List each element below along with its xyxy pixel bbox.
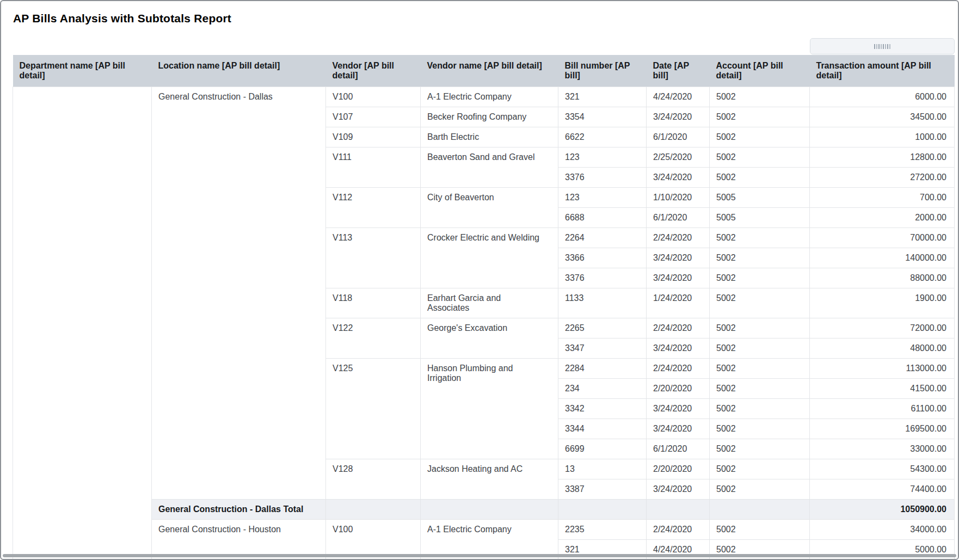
cell-vendor-name: Barth Electric: [421, 127, 558, 147]
cell-date: 3/24/2020: [647, 339, 710, 359]
bill-row: General Construction - HoustonV100A-1 El…: [13, 520, 955, 540]
cell-date: 3/24/2020: [647, 268, 710, 288]
cell-account: 5005: [710, 188, 810, 208]
cell-date: 6/1/2020: [647, 439, 710, 459]
cell-date: 2/20/2020: [647, 379, 710, 399]
cell-bill-number: 13: [558, 459, 647, 479]
cell-amount: 140000.00: [810, 248, 955, 268]
cell-date: 3/24/2020: [647, 168, 710, 188]
subtotal-empty-vendor: [326, 500, 421, 520]
cell-account: 5005: [710, 208, 810, 228]
cell-vendor-name: Jackson Heating and AC: [421, 459, 558, 500]
cell-amount: 72000.00: [810, 318, 955, 339]
cell-vendor: V122: [326, 318, 421, 359]
column-header-vendor[interactable]: Vendor [AP bill detail]: [326, 55, 421, 87]
cell-vendor-name: Earhart Garcia and Associates: [421, 288, 558, 318]
cell-bill-number: 1133: [558, 288, 647, 318]
cell-account: 5002: [710, 339, 810, 359]
column-header-location-name[interactable]: Location name [AP bill detail]: [152, 55, 326, 87]
cell-amount: 70000.00: [810, 228, 955, 248]
subtotal-amount: 1050900.00: [810, 500, 955, 520]
cell-amount: 54300.00: [810, 459, 955, 479]
cell-amount: 48000.00: [810, 339, 955, 359]
cell-amount: 41500.00: [810, 379, 955, 399]
cell-account: 5002: [710, 87, 810, 107]
cell-bill-number: 3387: [558, 479, 647, 500]
cell-amount: 2000.00: [810, 208, 955, 228]
cell-account: 5002: [710, 479, 810, 500]
cell-account: 5002: [710, 379, 810, 399]
column-header-transaction-amount[interactable]: Transaction amount [AP bill detail]: [810, 55, 955, 87]
subtotal-row: General Construction - Dallas Total10509…: [13, 500, 955, 520]
cell-amount: 700.00: [810, 188, 955, 208]
column-header-date[interactable]: Date [AP bill]: [647, 55, 710, 87]
cell-vendor: V113: [326, 228, 421, 288]
cell-date: 2/20/2020: [647, 459, 710, 479]
column-header-vendor-name[interactable]: Vendor name [AP bill detail]: [421, 55, 558, 87]
cell-date: 3/24/2020: [647, 248, 710, 268]
column-header-bill-number[interactable]: Bill number [AP bill]: [558, 55, 647, 87]
cell-vendor-name: George's Excavation: [421, 318, 558, 359]
subtotal-empty-date: [647, 500, 710, 520]
cell-vendor: V107: [326, 107, 421, 127]
cell-date: 6/1/2020: [647, 208, 710, 228]
cell-amount: 61100.00: [810, 399, 955, 419]
cell-date: 3/24/2020: [647, 399, 710, 419]
grip-dots-icon: [874, 44, 890, 49]
cell-vendor: V128: [326, 459, 421, 500]
column-header-department-name[interactable]: Department name [AP bill detail]: [13, 55, 152, 87]
page-title: AP Bills Analysis with Subtotals Report: [13, 12, 231, 25]
cell-amount: 34500.00: [810, 107, 955, 127]
cell-date: 3/24/2020: [647, 479, 710, 500]
header-row: Department name [AP bill detail]Location…: [13, 55, 955, 87]
subtotal-empty-bill-number: [558, 500, 647, 520]
ap-bills-report-table: Department name [AP bill detail]Location…: [13, 55, 955, 560]
cell-amount: 74400.00: [810, 479, 955, 500]
cell-bill-number: 123: [558, 147, 647, 168]
cell-location: General Construction - Dallas: [152, 87, 326, 500]
horizontal-scrollbar[interactable]: [3, 554, 956, 557]
cell-bill-number: 6699: [558, 439, 647, 459]
cell-vendor-name: Crocker Electric and Welding: [421, 228, 558, 288]
cell-account: 5002: [710, 127, 810, 147]
cell-amount: 27200.00: [810, 168, 955, 188]
cell-bill-number: 3344: [558, 419, 647, 439]
cell-department: [13, 87, 152, 560]
cell-date: 4/24/2020: [647, 87, 710, 107]
cell-vendor-name: Hanson Plumbing and Irrigation: [421, 359, 558, 459]
subtotal-empty-account: [710, 500, 810, 520]
cell-amount: 1900.00: [810, 288, 955, 318]
cell-bill-number: 3354: [558, 107, 647, 127]
column-drag-handle[interactable]: [810, 38, 955, 54]
cell-amount: 169500.00: [810, 419, 955, 439]
cell-bill-number: 2264: [558, 228, 647, 248]
cell-account: 5002: [710, 318, 810, 339]
cell-amount: 6000.00: [810, 87, 955, 107]
cell-bill-number: 2284: [558, 359, 647, 379]
bill-row: General Construction - DallasV100A-1 Ele…: [13, 87, 955, 107]
cell-account: 5002: [710, 268, 810, 288]
cell-account: 5002: [710, 288, 810, 318]
cell-account: 5002: [710, 147, 810, 168]
cell-bill-number: 3376: [558, 268, 647, 288]
cell-account: 5002: [710, 107, 810, 127]
cell-vendor: V100: [326, 87, 421, 107]
column-header-account[interactable]: Account [AP bill detail]: [710, 55, 810, 87]
cell-bill-number: 234: [558, 379, 647, 399]
cell-date: 1/10/2020: [647, 188, 710, 208]
cell-account: 5002: [710, 248, 810, 268]
cell-date: 2/24/2020: [647, 228, 710, 248]
cell-bill-number: 6622: [558, 127, 647, 147]
cell-vendor-name: Beaverton Sand and Gravel: [421, 147, 558, 188]
cell-vendor-name: A-1 Electric Company: [421, 87, 558, 107]
cell-vendor: V125: [326, 359, 421, 459]
subtotal-label: General Construction - Dallas Total: [152, 500, 326, 520]
cell-vendor: V112: [326, 188, 421, 228]
cell-account: 5002: [710, 168, 810, 188]
cell-account: 5002: [710, 399, 810, 419]
cell-amount: 34000.00: [810, 520, 955, 540]
report-window: AP Bills Analysis with Subtotals Report …: [0, 0, 959, 560]
cell-bill-number: 3342: [558, 399, 647, 419]
cell-date: 2/25/2020: [647, 147, 710, 168]
cell-bill-number: 3347: [558, 339, 647, 359]
